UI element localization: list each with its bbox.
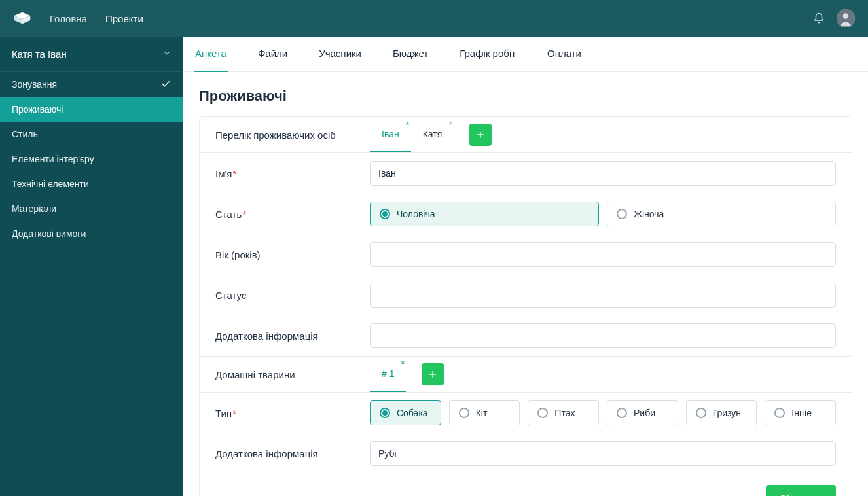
svg-point-1 xyxy=(843,13,849,19)
form-card: Перелік проживаючих осіб Іван×Катя× Ім'я… xyxy=(199,116,852,496)
pet-type-option[interactable]: Собака xyxy=(370,400,441,425)
sidebar-item-label: Елементи інтер'єру xyxy=(12,154,94,164)
radio-icon xyxy=(380,408,390,418)
sidebar-item-label: Проживаючі xyxy=(12,104,63,115)
check-icon xyxy=(160,78,172,92)
sidebar-item[interactable]: Стиль xyxy=(0,122,183,147)
sidebar-item-label: Додаткові вимоги xyxy=(12,228,86,239)
add-resident-button[interactable] xyxy=(469,124,492,146)
status-input[interactable] xyxy=(370,283,836,308)
bell-icon[interactable] xyxy=(813,12,825,24)
radio-icon xyxy=(537,408,548,418)
radio-icon xyxy=(380,209,390,219)
close-icon[interactable]: × xyxy=(405,120,409,127)
project-name: Катя та Іван xyxy=(12,48,67,60)
pet-type-label: Тип xyxy=(215,408,232,419)
project-selector[interactable]: Катя та Іван xyxy=(0,37,183,72)
main-tabs: АнкетаФайлиУчасникиБюджетГрафік робітОпл… xyxy=(183,37,868,72)
pet-type-option-label: Інше xyxy=(791,408,812,418)
pet-type-option-label: Риби xyxy=(634,408,655,418)
pet-type-option-label: Гризун xyxy=(713,408,741,418)
pet-type-option[interactable]: Гризун xyxy=(686,400,757,425)
name-label: Ім'я xyxy=(215,168,232,179)
logo-icon xyxy=(13,11,31,26)
radio-icon xyxy=(459,408,469,418)
pet-type-option[interactable]: Кіт xyxy=(449,400,520,425)
tab[interactable]: Графік робіт xyxy=(458,37,517,72)
chevron-down-icon xyxy=(162,48,172,60)
save-button[interactable]: Зберегти xyxy=(766,485,836,496)
sidebar-item[interactable]: Технічні елементи xyxy=(0,171,183,196)
add-pet-button[interactable] xyxy=(422,363,444,385)
radio-icon xyxy=(617,408,627,418)
topbar: Головна Проекти xyxy=(0,0,868,37)
tab[interactable]: Бюджет xyxy=(391,37,429,72)
name-input[interactable] xyxy=(370,161,836,186)
gender-option[interactable]: Чоловіча xyxy=(370,202,599,226)
pet-type-option-label: Кіт xyxy=(476,408,488,418)
resident-tab-label: Іван xyxy=(382,129,399,139)
radio-icon xyxy=(696,408,706,418)
pet-type-option[interactable]: Птах xyxy=(528,400,599,425)
page-title: Проживаючі xyxy=(199,88,852,105)
radio-icon xyxy=(617,209,627,219)
pet-tab-label: # 1 xyxy=(382,368,394,379)
close-icon[interactable]: × xyxy=(448,120,452,127)
sidebar-item[interactable]: Проживаючі xyxy=(0,97,183,122)
tab[interactable]: Оплати xyxy=(546,37,583,72)
avatar[interactable] xyxy=(837,9,855,27)
sidebar: Катя та Іван ЗонуванняПроживаючіСтильЕле… xyxy=(0,37,183,496)
age-input[interactable] xyxy=(370,242,836,267)
gender-label: Стать xyxy=(215,209,242,220)
nav-home[interactable]: Головна xyxy=(50,13,87,24)
status-label: Статус xyxy=(215,290,359,301)
main: АнкетаФайлиУчасникиБюджетГрафік робітОпл… xyxy=(183,37,868,496)
extra-input[interactable] xyxy=(370,323,836,348)
gender-option-label: Чоловіча xyxy=(397,209,435,219)
sidebar-item-label: Стиль xyxy=(12,129,38,139)
gender-option[interactable]: Жіноча xyxy=(607,202,836,226)
pet-extra-input[interactable] xyxy=(370,441,836,466)
age-label: Вік (років) xyxy=(215,249,359,260)
sidebar-item[interactable]: Додаткові вимоги xyxy=(0,221,183,246)
pet-type-option[interactable]: Інше xyxy=(765,400,836,425)
sidebar-item[interactable]: Матеріали xyxy=(0,196,183,221)
pet-extra-label: Додаткова інформація xyxy=(215,448,359,459)
pet-type-option[interactable]: Риби xyxy=(607,400,678,425)
radio-icon xyxy=(774,408,785,418)
resident-tab[interactable]: Катя× xyxy=(411,117,454,152)
tab[interactable]: Файли xyxy=(257,37,289,72)
pet-type-option-label: Птах xyxy=(554,408,575,418)
nav-projects[interactable]: Проекти xyxy=(105,13,143,24)
sidebar-item-label: Зонування xyxy=(12,79,57,90)
pet-tab[interactable]: # 1× xyxy=(370,357,406,392)
close-icon[interactable]: × xyxy=(401,359,405,366)
residents-label: Перелік проживаючих осіб xyxy=(215,130,359,141)
resident-tab-label: Катя xyxy=(423,129,443,139)
pet-type-option-label: Собака xyxy=(397,408,428,418)
sidebar-item-label: Матеріали xyxy=(12,204,56,214)
resident-tab[interactable]: Іван× xyxy=(370,117,411,152)
sidebar-item[interactable]: Елементи інтер'єру xyxy=(0,147,183,171)
tab[interactable]: Анкета xyxy=(194,37,228,72)
pets-label: Домашні тварини xyxy=(215,369,359,380)
extra-label: Додаткова інформація xyxy=(215,330,359,342)
tab[interactable]: Учасники xyxy=(317,37,363,72)
sidebar-item-label: Технічні елементи xyxy=(12,179,89,189)
sidebar-item[interactable]: Зонування xyxy=(0,72,183,97)
gender-option-label: Жіноча xyxy=(634,209,664,219)
